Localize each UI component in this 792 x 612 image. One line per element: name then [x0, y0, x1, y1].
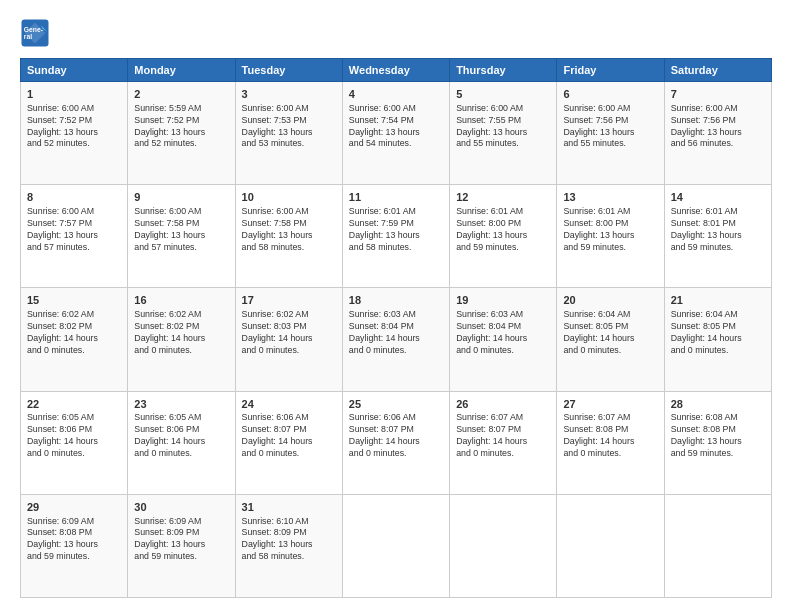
day-number: 13: [563, 190, 657, 205]
day-cell-22: 22Sunrise: 6:05 AMSunset: 8:06 PMDayligh…: [21, 391, 128, 494]
day-cell-24: 24Sunrise: 6:06 AMSunset: 8:07 PMDayligh…: [235, 391, 342, 494]
day-number: 11: [349, 190, 443, 205]
day-cell-3: 3Sunrise: 6:00 AMSunset: 7:53 PMDaylight…: [235, 82, 342, 185]
day-cell-23: 23Sunrise: 6:05 AMSunset: 8:06 PMDayligh…: [128, 391, 235, 494]
day-number: 3: [242, 87, 336, 102]
day-cell-27: 27Sunrise: 6:07 AMSunset: 8:08 PMDayligh…: [557, 391, 664, 494]
day-cell-19: 19Sunrise: 6:03 AMSunset: 8:04 PMDayligh…: [450, 288, 557, 391]
weekday-header-row: SundayMondayTuesdayWednesdayThursdayFrid…: [21, 59, 772, 82]
week-row-3: 15Sunrise: 6:02 AMSunset: 8:02 PMDayligh…: [21, 288, 772, 391]
day-info: Sunrise: 5:59 AMSunset: 7:52 PMDaylight:…: [134, 103, 228, 151]
day-number: 21: [671, 293, 765, 308]
day-info: Sunrise: 6:04 AMSunset: 8:05 PMDaylight:…: [671, 309, 765, 357]
day-info: Sunrise: 6:00 AMSunset: 7:55 PMDaylight:…: [456, 103, 550, 151]
day-number: 5: [456, 87, 550, 102]
day-number: 8: [27, 190, 121, 205]
day-cell-30: 30Sunrise: 6:09 AMSunset: 8:09 PMDayligh…: [128, 494, 235, 597]
weekday-header-thursday: Thursday: [450, 59, 557, 82]
day-info: Sunrise: 6:04 AMSunset: 8:05 PMDaylight:…: [563, 309, 657, 357]
day-number: 4: [349, 87, 443, 102]
day-number: 22: [27, 397, 121, 412]
weekday-header-saturday: Saturday: [664, 59, 771, 82]
day-info: Sunrise: 6:09 AMSunset: 8:08 PMDaylight:…: [27, 516, 121, 564]
day-number: 12: [456, 190, 550, 205]
day-number: 15: [27, 293, 121, 308]
day-info: Sunrise: 6:00 AMSunset: 7:56 PMDaylight:…: [671, 103, 765, 151]
day-info: Sunrise: 6:01 AMSunset: 7:59 PMDaylight:…: [349, 206, 443, 254]
day-number: 14: [671, 190, 765, 205]
day-cell-16: 16Sunrise: 6:02 AMSunset: 8:02 PMDayligh…: [128, 288, 235, 391]
day-number: 20: [563, 293, 657, 308]
day-cell-4: 4Sunrise: 6:00 AMSunset: 7:54 PMDaylight…: [342, 82, 449, 185]
day-info: Sunrise: 6:05 AMSunset: 8:06 PMDaylight:…: [27, 412, 121, 460]
empty-cell: [557, 494, 664, 597]
day-number: 2: [134, 87, 228, 102]
day-cell-25: 25Sunrise: 6:06 AMSunset: 8:07 PMDayligh…: [342, 391, 449, 494]
day-cell-7: 7Sunrise: 6:00 AMSunset: 7:56 PMDaylight…: [664, 82, 771, 185]
calendar: SundayMondayTuesdayWednesdayThursdayFrid…: [20, 58, 772, 598]
day-number: 6: [563, 87, 657, 102]
day-number: 24: [242, 397, 336, 412]
day-info: Sunrise: 6:02 AMSunset: 8:02 PMDaylight:…: [134, 309, 228, 357]
day-cell-31: 31Sunrise: 6:10 AMSunset: 8:09 PMDayligh…: [235, 494, 342, 597]
day-info: Sunrise: 6:01 AMSunset: 8:00 PMDaylight:…: [456, 206, 550, 254]
day-number: 9: [134, 190, 228, 205]
week-row-2: 8Sunrise: 6:00 AMSunset: 7:57 PMDaylight…: [21, 185, 772, 288]
week-row-1: 1Sunrise: 6:00 AMSunset: 7:52 PMDaylight…: [21, 82, 772, 185]
day-cell-18: 18Sunrise: 6:03 AMSunset: 8:04 PMDayligh…: [342, 288, 449, 391]
svg-text:Gene-: Gene-: [24, 26, 43, 33]
day-info: Sunrise: 6:01 AMSunset: 8:00 PMDaylight:…: [563, 206, 657, 254]
day-number: 18: [349, 293, 443, 308]
day-info: Sunrise: 6:08 AMSunset: 8:08 PMDaylight:…: [671, 412, 765, 460]
day-info: Sunrise: 6:00 AMSunset: 7:53 PMDaylight:…: [242, 103, 336, 151]
day-info: Sunrise: 6:00 AMSunset: 7:52 PMDaylight:…: [27, 103, 121, 151]
day-info: Sunrise: 6:00 AMSunset: 7:58 PMDaylight:…: [242, 206, 336, 254]
day-number: 16: [134, 293, 228, 308]
day-number: 31: [242, 500, 336, 515]
day-number: 17: [242, 293, 336, 308]
day-cell-15: 15Sunrise: 6:02 AMSunset: 8:02 PMDayligh…: [21, 288, 128, 391]
day-cell-29: 29Sunrise: 6:09 AMSunset: 8:08 PMDayligh…: [21, 494, 128, 597]
day-info: Sunrise: 6:07 AMSunset: 8:07 PMDaylight:…: [456, 412, 550, 460]
day-info: Sunrise: 6:00 AMSunset: 7:54 PMDaylight:…: [349, 103, 443, 151]
day-info: Sunrise: 6:10 AMSunset: 8:09 PMDaylight:…: [242, 516, 336, 564]
day-cell-10: 10Sunrise: 6:00 AMSunset: 7:58 PMDayligh…: [235, 185, 342, 288]
day-info: Sunrise: 6:01 AMSunset: 8:01 PMDaylight:…: [671, 206, 765, 254]
week-row-4: 22Sunrise: 6:05 AMSunset: 8:06 PMDayligh…: [21, 391, 772, 494]
day-cell-28: 28Sunrise: 6:08 AMSunset: 8:08 PMDayligh…: [664, 391, 771, 494]
weekday-header-sunday: Sunday: [21, 59, 128, 82]
day-cell-6: 6Sunrise: 6:00 AMSunset: 7:56 PMDaylight…: [557, 82, 664, 185]
day-number: 23: [134, 397, 228, 412]
day-info: Sunrise: 6:03 AMSunset: 8:04 PMDaylight:…: [456, 309, 550, 357]
day-number: 1: [27, 87, 121, 102]
day-cell-26: 26Sunrise: 6:07 AMSunset: 8:07 PMDayligh…: [450, 391, 557, 494]
day-cell-12: 12Sunrise: 6:01 AMSunset: 8:00 PMDayligh…: [450, 185, 557, 288]
day-number: 26: [456, 397, 550, 412]
weekday-header-monday: Monday: [128, 59, 235, 82]
page: Gene- ral SundayMondayTuesdayWednesdayTh…: [0, 0, 792, 612]
weekday-header-wednesday: Wednesday: [342, 59, 449, 82]
day-info: Sunrise: 6:05 AMSunset: 8:06 PMDaylight:…: [134, 412, 228, 460]
day-number: 10: [242, 190, 336, 205]
logo-icon: Gene- ral: [20, 18, 50, 48]
svg-text:ral: ral: [24, 33, 32, 40]
day-cell-17: 17Sunrise: 6:02 AMSunset: 8:03 PMDayligh…: [235, 288, 342, 391]
day-info: Sunrise: 6:03 AMSunset: 8:04 PMDaylight:…: [349, 309, 443, 357]
day-info: Sunrise: 6:00 AMSunset: 7:56 PMDaylight:…: [563, 103, 657, 151]
weekday-header-tuesday: Tuesday: [235, 59, 342, 82]
empty-cell: [342, 494, 449, 597]
header: Gene- ral: [20, 18, 772, 48]
day-cell-20: 20Sunrise: 6:04 AMSunset: 8:05 PMDayligh…: [557, 288, 664, 391]
logo: Gene- ral: [20, 18, 54, 48]
day-info: Sunrise: 6:00 AMSunset: 7:57 PMDaylight:…: [27, 206, 121, 254]
weekday-header-friday: Friday: [557, 59, 664, 82]
week-row-5: 29Sunrise: 6:09 AMSunset: 8:08 PMDayligh…: [21, 494, 772, 597]
day-number: 19: [456, 293, 550, 308]
day-info: Sunrise: 6:02 AMSunset: 8:03 PMDaylight:…: [242, 309, 336, 357]
day-number: 27: [563, 397, 657, 412]
day-number: 28: [671, 397, 765, 412]
day-number: 29: [27, 500, 121, 515]
day-cell-8: 8Sunrise: 6:00 AMSunset: 7:57 PMDaylight…: [21, 185, 128, 288]
day-info: Sunrise: 6:06 AMSunset: 8:07 PMDaylight:…: [242, 412, 336, 460]
day-number: 7: [671, 87, 765, 102]
